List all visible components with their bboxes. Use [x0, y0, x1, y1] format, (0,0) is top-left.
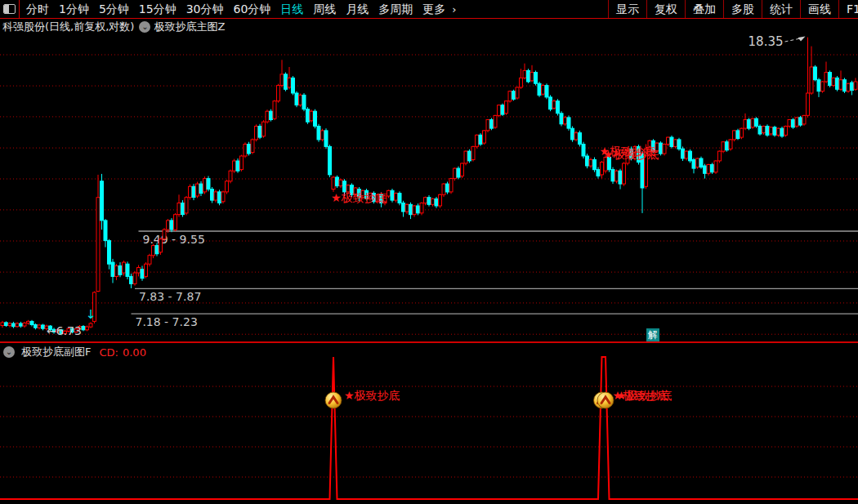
- tab-weekly[interactable]: 周线: [308, 0, 341, 18]
- tab-15min[interactable]: 15分钟: [134, 0, 181, 18]
- jie-badge[interactable]: 解: [646, 328, 659, 341]
- menu-separator: [19, 0, 20, 18]
- subchart-collapse-icon[interactable]: ⌄: [3, 346, 15, 358]
- indicator-collapse-icon[interactable]: ⌄: [139, 21, 150, 33]
- buy-signal-label: ★极致抄底: [331, 191, 387, 204]
- sub-signal-label: ★极致抄底: [616, 389, 673, 402]
- candlestick-series: [1, 38, 857, 336]
- subchart-indicator-name: 极致抄底副图F: [21, 345, 91, 359]
- high-price-text: 18.35: [749, 34, 784, 49]
- tab-daily-active[interactable]: 日线: [275, 0, 308, 18]
- subchart-header: ⌄ 极致抄底副图F CD: 0.00: [3, 345, 146, 359]
- gold-ball-icon: [325, 392, 342, 408]
- tab-60min[interactable]: 60分钟: [229, 0, 276, 18]
- sub-signal-markers: ★极致抄底★极致抄底★极致抄底: [325, 389, 673, 408]
- stock-title: 科强股份(日线,前复权,对数): [2, 20, 134, 34]
- sub-signal-label: ★极致抄底: [344, 389, 400, 402]
- tab-monthly[interactable]: 月线: [341, 0, 373, 18]
- menu-draw-line[interactable]: 画线: [800, 0, 838, 18]
- menu-f10[interactable]: F10: [838, 0, 858, 18]
- menu-adjust[interactable]: 复权: [646, 0, 685, 18]
- tab-30min[interactable]: 30分钟: [181, 0, 229, 18]
- gap-level-label: 7.18 - 7.23: [136, 315, 198, 328]
- high-price-marker: 18.35: [749, 34, 806, 49]
- chart-title-row: 科强股份(日线,前复权,对数) ⌄ 极致抄底主图Z: [0, 19, 858, 35]
- cd-value: 0.00: [123, 346, 146, 359]
- tab-fenshi[interactable]: 分时: [21, 0, 54, 18]
- buy-signal-labels: ★极致抄底★极致抄底★极致抄底: [331, 145, 659, 204]
- buy-signal-label: ★极致抄底: [603, 148, 659, 161]
- sub-gridlines: [0, 386, 858, 477]
- gap-level-label: 9.49 - 9.55: [143, 233, 205, 246]
- period-menu: 分时 1分钟 5分钟 15分钟 30分钟 60分钟 日线 周线 月线 多周期 更…: [21, 0, 458, 18]
- menu-multi-stock[interactable]: 多股: [723, 0, 762, 18]
- tab-multi-period[interactable]: 多周期: [373, 0, 418, 18]
- down-arrow-icon: ↓: [86, 307, 96, 322]
- gap-level-lines: 9.49 - 9.557.83 - 7.877.18 - 7.23: [132, 231, 858, 328]
- gap-level-label: 7.83 - 7.87: [139, 290, 201, 303]
- chevron-right-icon: ›: [450, 3, 458, 16]
- cd-value-label: CD:: [99, 346, 118, 359]
- tool-menu: 显示 复权 叠加 多股 统计 画线 F10 标记 +自选: [608, 0, 858, 18]
- trading-app-window: 分时 1分钟 5分钟 15分钟 30分钟 60分钟 日线 周线 月线 多周期 更…: [0, 0, 858, 504]
- menu-overlay[interactable]: 叠加: [685, 0, 723, 18]
- candlestick-chart-canvas[interactable]: 9.49 - 9.557.83 - 7.877.18 - 7.23★极致抄底★极…: [0, 0, 858, 504]
- low-price-text: ←6.73: [47, 324, 82, 337]
- tab-5min[interactable]: 5分钟: [94, 0, 134, 18]
- menu-display[interactable]: 显示: [608, 0, 646, 18]
- tab-more[interactable]: 更多: [418, 0, 450, 18]
- tab-1min[interactable]: 1分钟: [54, 0, 94, 18]
- gold-ball-icon: [597, 392, 614, 408]
- layout-panel-icon[interactable]: [3, 4, 16, 14]
- period-menu-bar: 分时 1分钟 5分钟 15分钟 30分钟 60分钟 日线 周线 月线 多周期 更…: [0, 0, 858, 19]
- main-gridlines: [0, 55, 858, 334]
- main-indicator-name: 极致抄底主图Z: [154, 20, 225, 34]
- menu-statistics[interactable]: 统计: [762, 0, 800, 18]
- cd-indicator-line: [0, 357, 858, 499]
